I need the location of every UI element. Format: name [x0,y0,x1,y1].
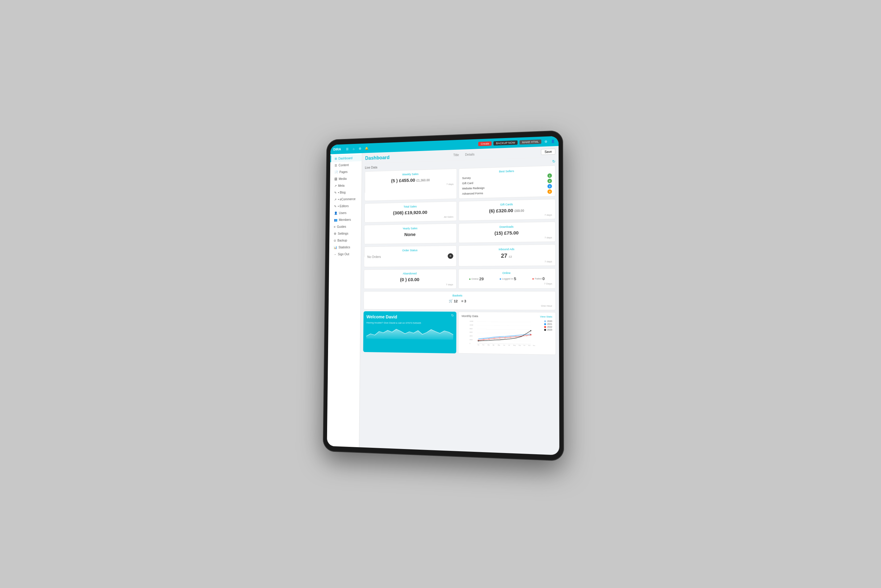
sidebar-label-settings: Settings [338,232,348,236]
yearly-sales-card: Yearly Sales None [364,223,457,244]
bell-icon[interactable]: 🔔 [364,146,369,151]
ecommerce-icon: ↗ [334,198,337,201]
total-sales-footer: All Sales [368,216,453,220]
menu-icon[interactable]: ☰ [345,146,350,152]
total-sales-card: Total Sales (308) £19,920.00 All Sales [365,201,457,223]
save-button[interactable]: Save [541,148,555,155]
bs-name-4: Advanced Forms [462,192,483,195]
online-label: Online [471,278,479,280]
svg-line-13 [477,344,531,344]
settings-icon: ⚙ [334,232,336,236]
backup-button[interactable]: BACKUP NOW [493,140,518,146]
legend-dot-2020 [544,320,546,322]
refresh-icon[interactable]: ↻ [552,159,555,164]
failed-value: 0 [542,276,545,281]
baskets-row: 🛒 12 = 3 [367,299,552,303]
sidebar-item-ecommerce[interactable]: ↗ • eCommerce [330,195,362,203]
svg-text:2000: 2000 [470,339,473,340]
media-icon: 🖼 [334,177,337,181]
cards-row-2: Total Sales (308) £19,920.00 All Sales G… [365,199,556,223]
svg-text:May: May [498,345,500,346]
cards-row-5: Abandoned (0 ) £0.00 7 days Online ● Onl… [364,268,556,289]
svg-line-7 [477,322,531,322]
yearly-sales-value: None [368,231,453,237]
tablet-frame: DIRA ☰ ⌂ ⚙ 🔔 Create BACKUP NOW MAKE HTML… [323,130,564,461]
svg-point-24 [530,334,531,335]
downloads-footer: 7 days [462,236,552,240]
sidebar-item-blog[interactable]: ✎ • Blog [330,189,362,196]
sidebar-item-guides[interactable]: ≡ Guides [330,223,362,230]
online-stat-failed: ● Failed 0 [532,276,545,281]
sidebar-label-blog: • Blog [338,191,346,194]
svg-point-18 [499,337,500,339]
home-icon[interactable]: ⌂ [351,146,356,151]
online-stats-row: ● Online 29 ● Logged In 5 ● [462,276,552,281]
basket-equals-icon: = [461,299,463,303]
sidebar-item-signout[interactable]: → Sign Out [329,250,361,258]
sidebar-label-ecommerce: • eCommerce [338,197,356,201]
bs-badge-4: 4 [547,189,552,194]
tab-details[interactable]: Details [465,153,474,156]
svg-text:10000: 10000 [470,324,474,326]
svg-text:0: 0 [470,343,470,344]
svg-text:6000: 6000 [470,332,473,333]
settings-icon[interactable]: ⚙ [543,139,548,144]
svg-point-17 [494,338,495,339]
svg-point-21 [515,336,516,338]
sidebar-item-members[interactable]: 👥 Members [330,216,362,224]
sidebar-item-statistics[interactable]: 📊 Statistics [329,244,361,251]
page-title: Dashboard [365,155,390,161]
yearly-sales-title: Yearly Sales [368,226,453,230]
svg-point-23 [526,335,527,336]
dashboard-icon: ⊞ [335,157,337,160]
cards-row-1: Weekly Sales (5 ) £455.00 £1,360.00 7 da… [365,165,555,201]
sidebar-label-signout: Sign Out [338,253,350,256]
weekly-sales-card: Weekly Sales (5 ) £455.00 £1,360.00 7 da… [365,169,457,201]
gift-cards-footer: 7 days [462,213,552,218]
svg-text:Nov: Nov [528,345,530,346]
online-card: Online ● Online 29 ● Logged In 5 [458,268,556,289]
bs-badge-2: 2 [547,179,552,183]
loggedin-label: Logged In [502,278,513,280]
baskets-title: Baskets [367,294,552,297]
order-status-card: Order Status No Orders ✕ [364,246,456,267]
meta-icon: ↗ [334,184,337,188]
baskets-footer: One Hour [367,304,552,307]
user-icon[interactable]: 👤 [550,139,555,144]
basket-active: 🛒 12 [449,299,458,303]
svg-text:8000: 8000 [470,328,473,329]
sidebar-item-media[interactable]: 🖼 Media [330,175,362,183]
abandoned-card: Abandoned (0 ) £0.00 7 days [364,269,456,289]
baskets-card: Baskets 🛒 12 = 3 One Hour [363,291,556,310]
inbound-ads-value: 27 £2 [462,252,552,260]
sidebar-item-editors[interactable]: ✎ • Editors [330,202,361,210]
welcome-refresh-icon[interactable]: ↻ [451,314,454,318]
members-icon: 👥 [334,218,337,222]
search-icon[interactable]: ⚙ [358,146,362,151]
sidebar-label-dashboard: Dashboard [338,157,353,160]
monthly-chart-svg: 12000 10000 8000 6000 4000 2000 0 [462,320,552,347]
gift-cards-title: Gift Cards [462,202,552,207]
sidebar-item-settings[interactable]: ⚙ Settings [329,230,361,237]
svg-line-9 [477,329,531,330]
view-stats-button[interactable]: View Stats [540,315,552,318]
monthly-title: Monthly Data [462,314,478,318]
sidebar-item-pages[interactable]: 📄 Pages [330,168,362,176]
sidebar-item-meta[interactable]: ↗ Meta [330,182,362,189]
create-button[interactable]: Create [478,141,491,146]
sidebar-item-users[interactable]: 👤 Users [330,209,362,216]
legend-dot-2021 [544,323,546,325]
abandoned-footer: 7 days [367,283,453,286]
editors-icon: ✎ [334,205,336,208]
backup-icon: ⊙ [334,239,336,242]
sidebar-item-backup[interactable]: ⊙ Backup [329,237,361,244]
tab-title[interactable]: Title [453,153,459,157]
total-sales-value: (308) £19,920.00 [368,209,453,216]
pages-icon: 📄 [335,171,338,174]
sidebar-label-meta: Meta [338,184,344,188]
downloads-card: Downloads (15) £75.00 7 days [458,222,555,243]
welcome-message: Having trouble? Give David a call on 079… [366,321,453,325]
makehtml-button[interactable]: MAKE HTML [519,140,541,145]
loggedin-dot: ● [500,277,501,280]
best-sellers-title: Best Sellers [462,168,552,174]
